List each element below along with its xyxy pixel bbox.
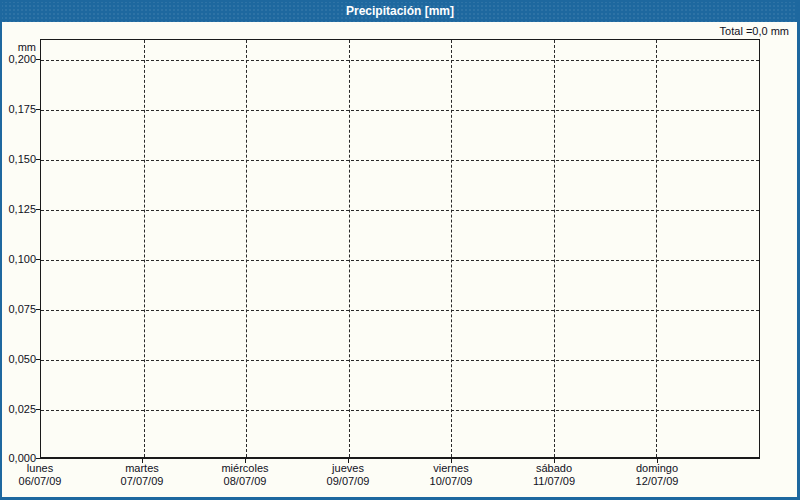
h-gridline bbox=[41, 360, 759, 361]
date-label: 09/07/09 bbox=[327, 475, 370, 488]
y-tick-label: 0,075 bbox=[0, 303, 36, 316]
date-label: 06/07/09 bbox=[19, 475, 62, 488]
v-gridline bbox=[451, 40, 452, 457]
chart-title: Precipitación [mm] bbox=[346, 4, 454, 18]
v-gridline bbox=[554, 40, 555, 457]
h-gridline bbox=[41, 260, 759, 261]
day-label: domingo bbox=[636, 462, 679, 475]
y-tick-label: 0,125 bbox=[0, 203, 36, 216]
precipitation-chart-window: Precipitación [mm] Total =0,0 mm mm 0,20… bbox=[0, 0, 800, 500]
day-label: viernes bbox=[430, 462, 473, 475]
y-tick-label: 0,025 bbox=[0, 403, 36, 416]
total-label: Total =0,0 mm bbox=[720, 25, 789, 37]
day-label: lunes bbox=[19, 462, 62, 475]
day-label: jueves bbox=[327, 462, 370, 475]
chart-title-bar: Precipitación [mm] bbox=[0, 0, 800, 22]
h-gridline bbox=[41, 310, 759, 311]
h-gridline bbox=[41, 110, 759, 111]
x-day-group: jueves 09/07/09 bbox=[327, 462, 370, 488]
x-day-group: viernes 10/07/09 bbox=[430, 462, 473, 488]
h-gridline bbox=[41, 60, 759, 61]
day-label: miércoles bbox=[221, 462, 268, 475]
v-gridline bbox=[246, 40, 247, 457]
y-tick-label: 0,175 bbox=[0, 103, 36, 116]
date-label: 10/07/09 bbox=[430, 475, 473, 488]
x-day-group: domingo 12/07/09 bbox=[636, 462, 679, 488]
y-tick-label: 0,100 bbox=[0, 253, 36, 266]
y-tick-label: 0,150 bbox=[0, 153, 36, 166]
v-gridline bbox=[656, 40, 657, 457]
v-gridline bbox=[349, 40, 350, 457]
x-day-group: martes 07/07/09 bbox=[121, 462, 164, 488]
plot-area bbox=[40, 39, 760, 459]
date-label: 07/07/09 bbox=[121, 475, 164, 488]
date-label: 08/07/09 bbox=[221, 475, 268, 488]
date-label: 12/07/09 bbox=[636, 475, 679, 488]
day-label: martes bbox=[121, 462, 164, 475]
date-label: 11/07/09 bbox=[533, 475, 575, 488]
v-gridline bbox=[144, 40, 145, 457]
y-tick-label: 0,050 bbox=[0, 353, 36, 366]
day-label: sábado bbox=[533, 462, 575, 475]
h-gridline bbox=[41, 160, 759, 161]
h-gridline bbox=[41, 210, 759, 211]
y-tick-label: 0,200 bbox=[0, 53, 36, 66]
x-day-group: sábado 11/07/09 bbox=[533, 462, 575, 488]
x-day-group: miércoles 08/07/09 bbox=[221, 462, 268, 488]
h-gridline bbox=[41, 410, 759, 411]
x-day-group: lunes 06/07/09 bbox=[19, 462, 62, 488]
